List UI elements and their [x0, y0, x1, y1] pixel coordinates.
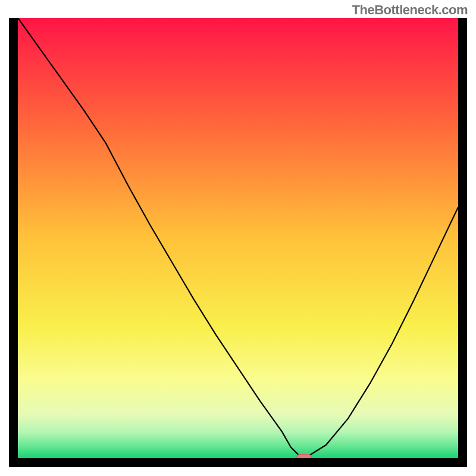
watermark-text: TheBottleneck.com	[352, 2, 468, 18]
chart-container: TheBottleneck.com	[0, 0, 476, 476]
plot-area	[18, 18, 458, 458]
plot-frame	[9, 18, 467, 467]
bottleneck-curve	[18, 18, 458, 458]
optimum-marker	[296, 454, 312, 458]
